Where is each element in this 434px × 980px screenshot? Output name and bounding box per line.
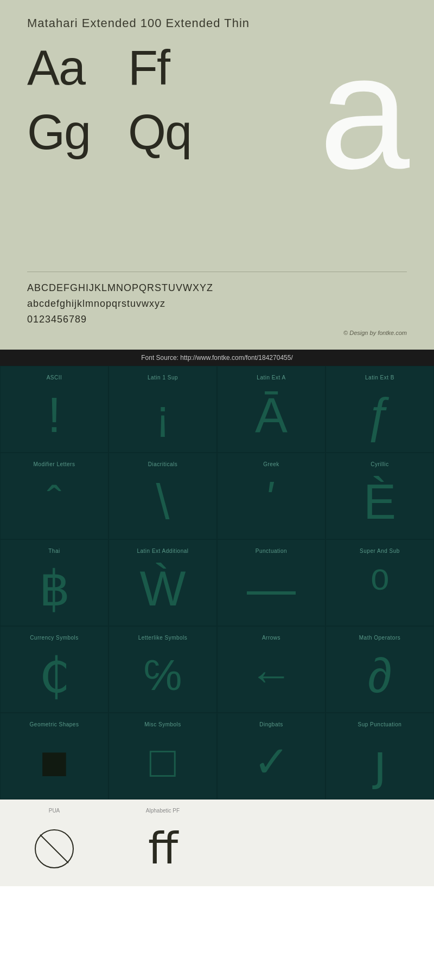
- glyph-cell-ascii: ASCII !: [0, 366, 108, 453]
- svg-line-1: [40, 835, 68, 863]
- char-currency: ₵: [39, 649, 70, 701]
- label-letterlike: Letterlike Symbols: [114, 635, 211, 641]
- label-pua: PUA: [5, 808, 103, 814]
- glyph-pair-aa: Aa: [27, 41, 85, 95]
- glyph-cell-currency: Currency Symbols ₵: [0, 626, 108, 713]
- glyph-cell-empty2: [326, 800, 434, 886]
- label-misc: Misc Symbols: [114, 721, 211, 727]
- glyph-cell-misc: Misc Symbols □: [108, 713, 217, 800]
- char-cyrillic: È: [363, 475, 396, 528]
- glyph-cell-cyrillic: Cyrillic È: [326, 453, 434, 539]
- char-suppunct: ȷ: [373, 736, 387, 788]
- label-latinextadd: Latin Ext Additional: [114, 548, 211, 554]
- char-modifier: ˆ: [47, 475, 62, 528]
- label-currency: Currency Symbols: [6, 635, 103, 641]
- label-cyrillic: Cyrillic: [331, 461, 428, 467]
- char-latinextadd: Ẁ: [140, 562, 186, 615]
- char-thai: ฿: [39, 562, 70, 615]
- char-greek: ʹ: [265, 475, 277, 528]
- char-ascii: !: [47, 389, 61, 441]
- glyph-cell-math: Math Operators ∂: [326, 626, 434, 713]
- label-alphabeticpf: Alphabetic PF: [114, 808, 212, 814]
- char-superandsub: ⁰: [370, 562, 390, 615]
- glyph-cell-alphabeticpf: Alphabetic PF ﬀ: [108, 800, 217, 886]
- glyph-cell-suppunct: Sup Punctuation ȷ: [326, 713, 434, 800]
- glyph-pair-qq: Qq: [128, 106, 191, 159]
- glyph-cell-superandsub: Super And Sub ⁰: [326, 539, 434, 626]
- glyph-pair-ff: Ff: [128, 41, 169, 95]
- label-geometric: Geometric Shapes: [6, 721, 103, 727]
- copyright-text: © Design by fontke.com: [27, 327, 407, 339]
- glyph-cell-thai: Thai ฿: [0, 539, 108, 626]
- glyph-cell-diacriticals: Diacriticals \: [108, 453, 217, 539]
- digits: 0123456789: [27, 312, 407, 327]
- label-superandsub: Super And Sub: [331, 548, 428, 554]
- label-latin1sup: Latin 1 Sup: [114, 375, 211, 381]
- label-thai: Thai: [6, 548, 103, 554]
- label-latinextb: Latin Ext B: [331, 375, 428, 381]
- glyph-cell-geometric: Geometric Shapes ■: [0, 713, 108, 800]
- label-modifier: Modifier Letters: [6, 461, 103, 467]
- top-section: Matahari Extended 100 Extended Thin Aa F…: [0, 0, 434, 350]
- glyph-cell-dingbats: Dingbats ✓: [217, 713, 326, 800]
- label-punctuation: Punctuation: [223, 548, 320, 554]
- glyph-cell-empty1: [217, 800, 326, 886]
- label-suppunct: Sup Punctuation: [331, 721, 428, 727]
- pua-svg: [33, 827, 76, 871]
- char-math: ∂: [368, 649, 392, 701]
- char-latin1sup: ¡: [156, 389, 170, 441]
- char-letterlike: ℅: [144, 649, 182, 701]
- char-geometric: ■: [40, 736, 69, 788]
- label-ascii: ASCII: [6, 375, 103, 381]
- glyph-cell-arrows: Arrows ←: [217, 626, 326, 713]
- char-punctuation: —: [247, 562, 296, 615]
- glyph-cell-latinextb: Latin Ext B ƒ: [326, 366, 434, 453]
- char-dingbats: ✓: [253, 736, 290, 788]
- char-latinexa: Ā: [255, 389, 288, 441]
- label-greek: Greek: [223, 461, 320, 467]
- label-latinexa: Latin Ext A: [223, 375, 320, 381]
- font-source-bar: Font Source: http://www.fontke.com/font/…: [0, 350, 434, 366]
- char-arrows: ←: [250, 649, 293, 701]
- glyph-cell-latin1sup: Latin 1 Sup ¡: [108, 366, 217, 453]
- glyph-cell-punctuation: Punctuation —: [217, 539, 326, 626]
- glyph-cell-greek: Greek ʹ: [217, 453, 326, 539]
- char-latinextb: ƒ: [366, 389, 393, 441]
- glyph-grid: ASCII ! Latin 1 Sup ¡ Latin Ext A Ā Lati…: [0, 366, 434, 800]
- font-source-text: Font Source: http://www.fontke.com/font/…: [141, 354, 293, 362]
- alphabet-upper: ABCDEFGHIJKLMNOPQRSTUVWXYZ: [27, 280, 407, 296]
- glyph-cell-latinextadd: Latin Ext Additional Ẁ: [108, 539, 217, 626]
- glyph-pair-gg: Gg: [27, 106, 90, 159]
- glyph-cell-letterlike: Letterlike Symbols ℅: [108, 626, 217, 713]
- glyph-cell-modifier: Modifier Letters ˆ: [0, 453, 108, 539]
- label-diacriticals: Diacriticals: [114, 461, 211, 467]
- large-display-char: a: [319, 30, 407, 193]
- char-alphabeticpf: ﬀ: [148, 822, 178, 875]
- label-math: Math Operators: [331, 635, 428, 641]
- label-arrows: Arrows: [223, 635, 320, 641]
- label-dingbats: Dingbats: [223, 721, 320, 727]
- alphabet-lower: abcdefghijklmnopqrstuvwxyz: [27, 296, 407, 312]
- glyph-cell-latinexa: Latin Ext A Ā: [217, 366, 326, 453]
- glyph-cell-pua: PUA: [0, 800, 108, 886]
- char-pua: [33, 822, 76, 875]
- char-misc: □: [150, 736, 176, 788]
- glyph-showcase: Aa Ff Gg Qq a: [27, 41, 407, 247]
- char-diacriticals: \: [156, 475, 169, 528]
- alphabet-section: ABCDEFGHIJKLMNOPQRSTUVWXYZ abcdefghijklm…: [27, 258, 407, 339]
- bottom-section: PUA Alphabetic PF ﬀ: [0, 800, 434, 886]
